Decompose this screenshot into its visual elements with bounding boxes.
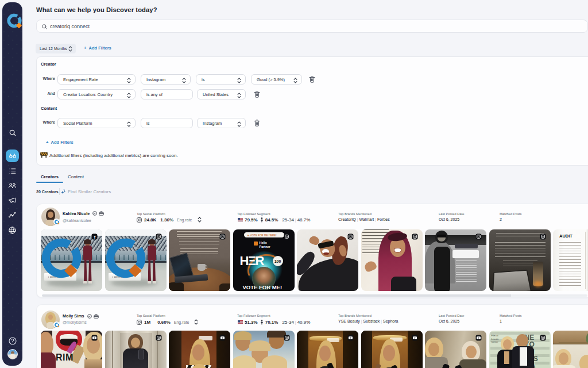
svg-text:f: f	[94, 235, 96, 240]
